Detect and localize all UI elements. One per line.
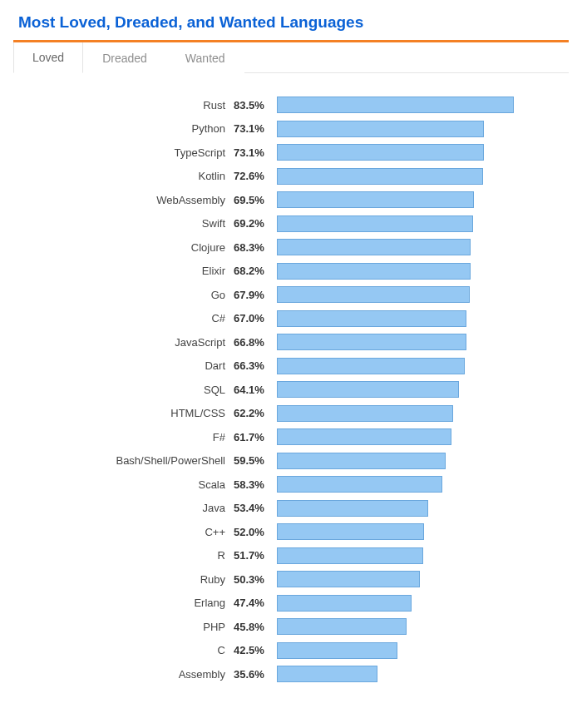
chart-row: Kotlin72.6% <box>13 165 560 189</box>
bar <box>277 97 514 113</box>
category-label: Ruby <box>13 573 234 586</box>
chart-row: Assembly35.6% <box>13 662 560 686</box>
bar <box>277 286 470 303</box>
bar-track <box>277 642 560 659</box>
category-label: F# <box>13 431 234 443</box>
category-label: Kotlin <box>13 170 234 182</box>
category-label: Rust <box>13 99 234 111</box>
value-label: 47.4% <box>234 597 277 609</box>
bar-track <box>277 191 560 208</box>
bar <box>277 618 407 635</box>
chart-row: Go67.9% <box>13 283 560 307</box>
bar-track <box>277 168 560 185</box>
chart-row: Java53.4% <box>13 497 560 521</box>
bar-track <box>277 121 560 137</box>
bar <box>277 453 446 469</box>
bar-track <box>277 97 560 113</box>
bar-track <box>277 523 560 540</box>
bar <box>277 239 471 255</box>
bar <box>277 476 442 493</box>
chart-row: JavaScript66.8% <box>13 330 560 354</box>
bar <box>277 381 459 398</box>
bar-track <box>277 286 560 303</box>
value-label: 35.6% <box>234 668 277 681</box>
chart-row: Rust83.5% <box>13 93 560 117</box>
category-label: JavaScript <box>13 336 234 349</box>
bar-track <box>277 476 560 493</box>
value-label: 67.0% <box>234 312 277 324</box>
value-label: 83.5% <box>234 99 277 111</box>
chart-row: Swift69.2% <box>13 212 560 236</box>
category-label: WebAssembly <box>13 194 234 206</box>
category-label: Swift <box>13 217 234 230</box>
value-label: 68.3% <box>234 241 277 254</box>
bar <box>277 571 420 587</box>
value-label: 64.1% <box>234 384 277 396</box>
chart-row: PHP45.8% <box>13 615 560 639</box>
value-label: 51.7% <box>234 549 277 562</box>
bar-track <box>277 334 560 350</box>
bar <box>277 500 428 517</box>
bar <box>277 263 471 280</box>
value-label: 52.0% <box>234 526 277 538</box>
bar <box>277 666 377 682</box>
bar <box>277 310 466 327</box>
chart-row: Clojure68.3% <box>13 235 560 260</box>
bar-track <box>277 215 560 232</box>
chart-row: Scala58.3% <box>13 473 560 497</box>
bar-track <box>277 144 560 161</box>
bar-track <box>277 595 560 612</box>
value-label: 61.7% <box>234 431 277 443</box>
bar <box>277 358 465 374</box>
category-label: Java <box>13 502 234 514</box>
bar-track <box>277 263 560 280</box>
value-label: 67.9% <box>234 289 277 301</box>
bar <box>277 191 474 208</box>
chart-row: Ruby50.3% <box>13 567 560 592</box>
category-label: Python <box>13 122 234 135</box>
tab-wanted[interactable]: Wanted <box>166 42 244 73</box>
tab-dreaded[interactable]: Dreaded <box>83 42 166 73</box>
chart-row: R51.7% <box>13 544 560 568</box>
value-label: 73.1% <box>234 122 277 135</box>
tab-loved[interactable]: Loved <box>13 42 83 73</box>
bar <box>277 523 424 540</box>
value-label: 68.2% <box>234 265 277 277</box>
tab-label: Loved <box>32 51 64 64</box>
category-label: Bash/Shell/PowerShell <box>13 454 234 467</box>
value-label: 58.3% <box>234 478 277 491</box>
bar <box>277 168 483 185</box>
value-label: 45.8% <box>234 621 277 633</box>
value-label: 59.5% <box>234 454 277 467</box>
bar <box>277 144 484 161</box>
category-label: Assembly <box>13 668 234 681</box>
value-label: 73.1% <box>234 146 277 159</box>
bar-track <box>277 405 560 422</box>
value-label: 66.8% <box>234 336 277 349</box>
bar-chart: Rust83.5%Python73.1%TypeScript73.1%Kotli… <box>13 73 569 686</box>
bar <box>277 428 451 445</box>
category-label: C# <box>13 312 234 324</box>
chart-row: F#61.7% <box>13 425 560 449</box>
category-label: Go <box>13 289 234 301</box>
category-label: HTML/CSS <box>13 407 234 419</box>
bar-track <box>277 310 560 327</box>
value-label: 50.3% <box>234 573 277 586</box>
chart-row: SQL64.1% <box>13 378 560 402</box>
value-label: 69.5% <box>234 194 277 206</box>
category-label: Dart <box>13 359 234 372</box>
tabs: LovedDreadedWanted <box>13 40 569 73</box>
category-label: Elixir <box>13 265 234 277</box>
category-label: Scala <box>13 478 234 491</box>
category-label: PHP <box>13 621 234 633</box>
chart-row: C42.5% <box>13 639 560 663</box>
category-label: Erlang <box>13 597 234 609</box>
chart-row: HTML/CSS62.2% <box>13 402 560 426</box>
category-label: SQL <box>13 384 234 396</box>
bar <box>277 547 423 564</box>
category-label: Clojure <box>13 241 234 254</box>
chart-row: C#67.0% <box>13 307 560 331</box>
chart-row: Elixir68.2% <box>13 260 560 284</box>
page-title: Most Loved, Dreaded, and Wanted Language… <box>18 13 569 32</box>
bar-track <box>277 547 560 564</box>
